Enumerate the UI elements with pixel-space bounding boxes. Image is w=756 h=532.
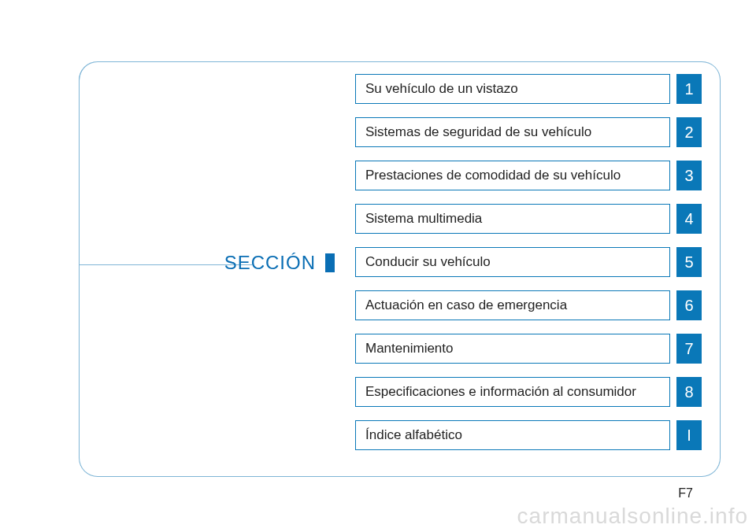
toc-number-tab[interactable]: 3 — [676, 161, 702, 190]
toc-number-tab[interactable]: 6 — [676, 290, 702, 320]
toc-label[interactable]: Prestaciones de comodidad de su vehículo — [355, 161, 670, 190]
toc-number-tab[interactable]: I — [676, 420, 702, 450]
toc-number-tab[interactable]: 1 — [676, 74, 702, 104]
toc-number-tab[interactable]: 5 — [676, 247, 702, 277]
toc-list: Su vehículo de un vistazo 1 Sistemas de … — [355, 74, 702, 450]
toc-label[interactable]: Sistemas de seguridad de su vehículo — [355, 117, 670, 147]
toc-label[interactable]: Su vehículo de un vistazo — [355, 74, 670, 104]
toc-label[interactable]: Actuación en caso de emergencia — [355, 290, 670, 320]
toc-number-tab[interactable]: 4 — [676, 204, 702, 234]
toc-label[interactable]: Sistema multimedia — [355, 204, 670, 234]
toc-label[interactable]: Índice alfabético — [355, 420, 670, 450]
toc-item-6[interactable]: Actuación en caso de emergencia 6 — [355, 290, 702, 320]
toc-item-5[interactable]: Conducir su vehículo 5 — [355, 247, 702, 277]
toc-item-2[interactable]: Sistemas de seguridad de su vehículo 2 — [355, 117, 702, 147]
section-marker-icon — [325, 253, 335, 272]
toc-item-3[interactable]: Prestaciones de comodidad de su vehículo… — [355, 161, 702, 190]
toc-label[interactable]: Conducir su vehículo — [355, 247, 670, 277]
toc-item-index[interactable]: Índice alfabético I — [355, 420, 702, 450]
watermark: carmanualsonline.info — [517, 504, 748, 529]
toc-item-7[interactable]: Mantenimiento 7 — [355, 334, 702, 364]
toc-label[interactable]: Especificaciones e información al consum… — [355, 377, 670, 407]
toc-number-tab[interactable]: 2 — [676, 117, 702, 147]
toc-number-tab[interactable]: 7 — [676, 334, 702, 364]
toc-item-4[interactable]: Sistema multimedia 4 — [355, 204, 702, 234]
section-title: SECCIÓN — [224, 252, 316, 274]
section-heading-row: SECCIÓN — [79, 252, 335, 274]
toc-number-tab[interactable]: 8 — [676, 377, 702, 407]
page-number: F7 — [678, 486, 693, 501]
toc-item-1[interactable]: Su vehículo de un vistazo 1 — [355, 74, 702, 104]
toc-label[interactable]: Mantenimiento — [355, 334, 670, 364]
toc-item-8[interactable]: Especificaciones e información al consum… — [355, 377, 702, 407]
